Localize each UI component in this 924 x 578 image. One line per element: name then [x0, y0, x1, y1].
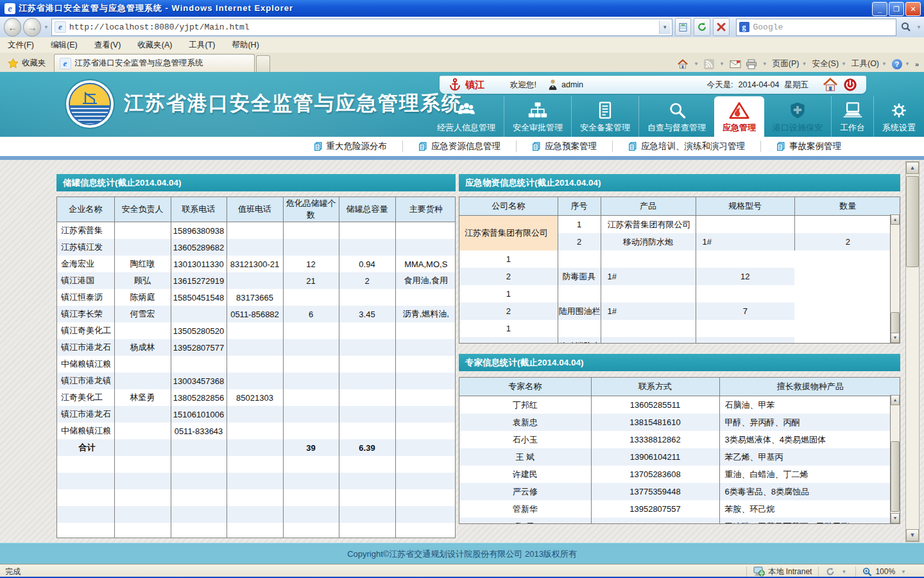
- window-titlebar[interactable]: e 江苏省港口安全监管与应急管理系统 - Windows Internet Ex…: [0, 0, 924, 17]
- protected-mode-control[interactable]: ▼: [818, 566, 855, 577]
- forward-button[interactable]: →: [23, 18, 40, 37]
- nav-item-5[interactable]: 应急管理: [714, 96, 764, 137]
- rss-icon: [704, 59, 714, 69]
- search-box[interactable]: g Google: [736, 19, 896, 36]
- overflow-chevron-icon[interactable]: »: [915, 60, 919, 68]
- table-row: [57, 506, 456, 523]
- restore-button[interactable]: ❐: [889, 2, 904, 16]
- page-scrollbar[interactable]: ▲ ▼: [905, 161, 920, 542]
- scroll-thumb[interactable]: [891, 312, 900, 334]
- home-dropdown-icon[interactable]: ▼: [694, 61, 699, 67]
- subnav-item-5[interactable]: 事故案例管理: [760, 141, 857, 152]
- nav-item-1[interactable]: 经营人信息管理: [429, 96, 504, 137]
- browser-window: e 江苏省港口安全监管与应急管理系统 - Windows Internet Ex…: [0, 0, 924, 578]
- close-button[interactable]: ✕: [905, 2, 921, 16]
- page-content: 储罐信息统计(截止2014.04.04) 企业名称安全负责人联系电话值班电话危化…: [0, 160, 924, 543]
- home-button[interactable]: [677, 59, 689, 69]
- table-row: 江苏索普集团有限公司1江苏索普集团有限公司: [459, 216, 900, 234]
- stop-button[interactable]: [713, 18, 730, 36]
- search-go-button[interactable]: [899, 19, 914, 35]
- nav-item-label: 应急管理: [723, 122, 756, 134]
- menu-item-1[interactable]: 文件(F): [8, 40, 34, 51]
- logout-button[interactable]: [843, 78, 857, 92]
- subnav-item-3[interactable]: 应急预案管理: [516, 141, 612, 152]
- table-row: [57, 473, 456, 489]
- tools-menu[interactable]: 工具(O)▼: [851, 58, 887, 69]
- mail-button[interactable]: [730, 60, 741, 69]
- home-shortcut-button[interactable]: [823, 78, 838, 92]
- google-icon: g: [739, 22, 749, 32]
- compatibility-button[interactable]: [675, 18, 692, 36]
- feeds-button[interactable]: [704, 59, 714, 69]
- experts-scrollbar[interactable]: ▲ ▼: [890, 395, 900, 523]
- back-button[interactable]: ←: [4, 18, 21, 37]
- experts-panel: 专家信息统计(截止2014.04.04) 专家名称联系方式擅长救援物种产品 丁邦…: [459, 354, 900, 523]
- favorites-button[interactable]: 收藏夹: [8, 58, 46, 69]
- tab-favicon: e: [60, 58, 71, 69]
- help-dropdown-icon: ▼: [905, 61, 910, 67]
- user-bar: 镇江 欢迎您! admin 今天是: 2014-04-04 星期五: [440, 76, 866, 94]
- username: admin: [561, 80, 583, 89]
- column-header: 数量: [794, 197, 900, 216]
- nav-item-3[interactable]: 安全备案管理: [571, 96, 638, 137]
- scroll-down-button[interactable]: ▼: [891, 513, 900, 523]
- nav-item-8[interactable]: 系统设置: [873, 96, 924, 137]
- scroll-thumb[interactable]: [891, 441, 900, 512]
- search-options-icon[interactable]: ▼: [916, 24, 921, 30]
- page-menu[interactable]: 页面(P)▼: [773, 58, 808, 69]
- menu-item-3[interactable]: 查看(V): [94, 40, 121, 51]
- subnav-item-label: 事故案例管理: [789, 141, 841, 152]
- column-header: 公司名称: [459, 197, 558, 216]
- scroll-down-button[interactable]: ▼: [891, 333, 900, 343]
- table-row: 丁邦红13605285511石脑油、甲苯: [459, 396, 900, 414]
- subnav-item-1[interactable]: 重大危险源分布: [298, 141, 403, 152]
- subnav-item-2[interactable]: 应急资源信息管理: [402, 141, 516, 152]
- zone-indicator: 本地 Intranet: [746, 566, 818, 577]
- scroll-track[interactable]: [891, 223, 900, 334]
- scroll-track[interactable]: [891, 404, 900, 514]
- nav-item-4[interactable]: 自查与督查管理: [638, 96, 714, 137]
- url-field[interactable]: e http://localhost:8080/yjpt/Main.html ▼: [51, 19, 672, 36]
- table-row: 中储粮镇江粮0511-833643: [57, 423, 456, 439]
- column-header: 主要货种: [395, 197, 456, 222]
- subnav-item-4[interactable]: 应急培训、演练和演习管理: [612, 141, 760, 152]
- scroll-thumb[interactable]: [906, 176, 919, 267]
- help-menu[interactable]: ?▼: [892, 59, 911, 69]
- nav-item-7[interactable]: 工作台: [831, 96, 873, 137]
- nav-item-6[interactable]: 港口设施保安: [764, 96, 831, 137]
- print-button[interactable]: [746, 59, 757, 69]
- table-row: 2移动消防水炮2014-4-12: [459, 337, 900, 344]
- history-dropdown-icon[interactable]: ▼: [44, 24, 49, 30]
- supplies-panel: 应急物资信息统计(截止2014.04.04) 公司名称序号产品规格型号数量 江苏…: [459, 174, 900, 344]
- home-icon: [677, 59, 689, 69]
- column-header: 擅长救援物种产品: [719, 378, 900, 396]
- minimize-button[interactable]: _: [872, 2, 887, 16]
- menu-item-4[interactable]: 收藏夹(A): [137, 40, 172, 51]
- menu-item-5[interactable]: 工具(T): [189, 40, 215, 51]
- table-row: 镇江港国际集装箱有限公司1: [459, 320, 900, 337]
- print-dropdown-icon[interactable]: ▼: [762, 61, 767, 67]
- zoom-control[interactable]: 100% ▼: [855, 566, 915, 577]
- table-row: 江奇美化工林坚勇1380528285685021303: [57, 389, 456, 406]
- url-dropdown-icon[interactable]: ▼: [659, 21, 671, 34]
- workbench-icon: [843, 100, 863, 121]
- supplies-scrollbar[interactable]: ▲ ▼: [890, 215, 900, 343]
- table-row: 金海宏业陶红暾1301301133083121300-21120.94MMA,M…: [57, 256, 456, 272]
- feeds-dropdown-icon[interactable]: ▼: [719, 61, 724, 67]
- doc-small-icon: [314, 142, 323, 151]
- supplies-panel-title: 应急物资信息统计(截止2014.04.04): [459, 174, 900, 191]
- scroll-track[interactable]: [906, 173, 919, 530]
- nav-item-2[interactable]: 安全审批管理: [504, 96, 571, 137]
- table-row: [57, 456, 456, 473]
- menu-item-6[interactable]: 帮助(H): [232, 40, 259, 51]
- column-header: 专家名称: [459, 378, 591, 396]
- refresh-button[interactable]: [694, 18, 710, 36]
- browser-tab[interactable]: e 江苏省港口安全监管与应急管理系统: [54, 54, 255, 72]
- doc-small-icon: [776, 142, 785, 151]
- column-header: 产品: [601, 197, 696, 216]
- menu-item-2[interactable]: 编辑(E): [51, 40, 78, 51]
- scroll-down-button[interactable]: ▼: [906, 529, 919, 541]
- security-menu[interactable]: 安全(S)▼: [812, 58, 847, 69]
- help-icon: ?: [892, 59, 902, 69]
- new-tab-stub[interactable]: [256, 55, 270, 72]
